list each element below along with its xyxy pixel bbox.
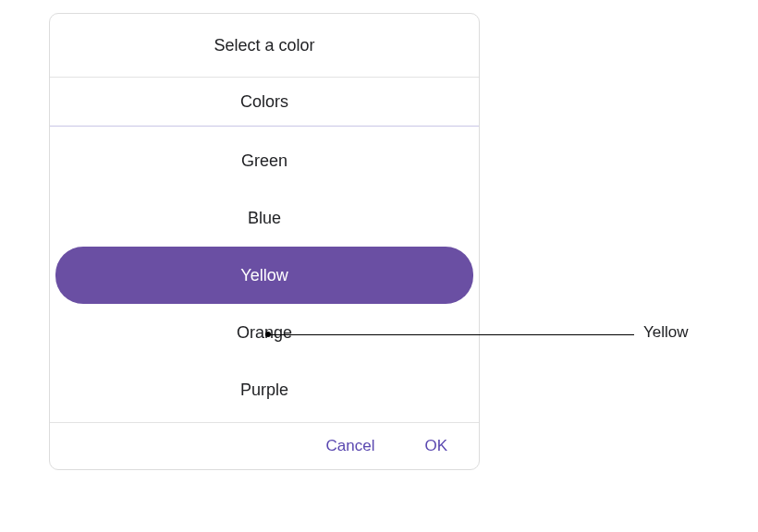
color-option-orange[interactable]: Orange <box>55 304 473 361</box>
color-option-yellow[interactable]: Yellow <box>55 247 473 304</box>
ok-button[interactable]: OK <box>424 437 447 455</box>
section-header: Colors <box>50 78 479 127</box>
annotation-line <box>268 334 634 335</box>
dialog-footer: Cancel OK <box>50 422 479 469</box>
color-option-blue[interactable]: Blue <box>55 189 473 247</box>
annotation-label: Yellow <box>643 323 689 342</box>
select-dialog: Select a color Colors Green Blue Yellow … <box>49 13 480 470</box>
color-option-purple[interactable]: Purple <box>55 361 473 418</box>
cancel-button[interactable]: Cancel <box>326 437 375 455</box>
color-option-green[interactable]: Green <box>55 132 473 189</box>
dialog-title: Select a color <box>50 14 479 78</box>
color-list: Green Blue Yellow Orange Purple <box>50 127 479 422</box>
